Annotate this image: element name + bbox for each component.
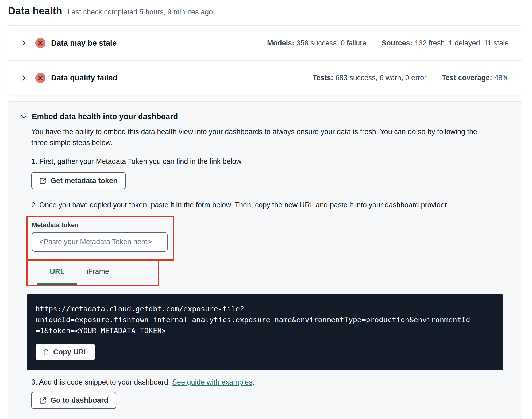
sources-stat-label: Sources:: [381, 39, 413, 47]
tabs-list: URL iFrame: [26, 261, 118, 284]
status-row-left: Data may be stale: [8, 38, 117, 48]
embed-section-header[interactable]: Embed data health into your dashboard: [20, 112, 509, 121]
status-title: Data may be stale: [51, 39, 117, 48]
go-to-dashboard-button[interactable]: Go to dashboard: [31, 392, 116, 409]
page-title: Data health: [8, 5, 62, 17]
embed-description: You have the ability to embed this data …: [31, 126, 489, 148]
external-link-icon: [39, 397, 47, 404]
stat-divider: [434, 72, 434, 84]
error-status-icon: [35, 73, 46, 83]
step3-prefix: 3. Add this code snippet to your dashboa…: [31, 378, 172, 386]
token-field-annotation-rect: Metadata token: [26, 216, 174, 261]
chevron-right-icon[interactable]: [21, 75, 27, 81]
status-row-stale[interactable]: Data may be stale Models:358 success, 0 …: [8, 26, 522, 60]
models-stat-value: 358 success, 0 failure: [296, 39, 366, 47]
copy-url-label: Copy URL: [53, 348, 88, 356]
status-row-quality[interactable]: Data quality failed Tests:683 success, 6…: [8, 60, 522, 95]
error-status-icon: [35, 38, 46, 48]
copy-url-button[interactable]: Copy URL: [36, 344, 95, 360]
models-stat-label: Models:: [267, 39, 294, 47]
sources-stat: Sources:132 fresh, 1 delayed, 11 stale: [381, 39, 509, 47]
embed-section-title: Embed data health into your dashboard: [32, 112, 178, 121]
coverage-stat-value: 48%: [494, 74, 509, 82]
tab-url[interactable]: URL: [37, 261, 78, 284]
tests-stat-label: Tests:: [313, 74, 333, 82]
stat-divider: [374, 37, 374, 49]
status-title: Data quality failed: [51, 73, 117, 82]
status-row-stats: Tests:683 success, 6 warn, 0 error Test …: [313, 72, 509, 84]
tab-iframe[interactable]: iFrame: [78, 261, 118, 284]
guide-examples-link[interactable]: See guide with examples: [172, 378, 252, 386]
metadata-token-label: Metadata token: [32, 221, 168, 229]
page-header: Data health Last check completed 5 hours…: [8, 5, 522, 17]
get-metadata-token-label: Get metadata token: [51, 177, 118, 185]
models-stat: Models:358 success, 0 failure: [267, 39, 366, 47]
step1-text: 1. First, gather your Metadata Token you…: [31, 157, 509, 166]
metadata-token-input[interactable]: [32, 232, 168, 252]
sources-stat-value: 132 fresh, 1 delayed, 11 stale: [415, 39, 509, 47]
copy-icon: [43, 349, 49, 356]
step3-text: 3. Add this code snippet to your dashboa…: [31, 378, 509, 386]
last-check-status: Last check completed 5 hours, 9 minutes …: [68, 8, 215, 16]
status-row-left: Data quality failed: [8, 73, 117, 83]
embed-url-text: https://metadata.cloud.getdbt.com/exposu…: [36, 303, 472, 336]
embed-url-code-block: https://metadata.cloud.getdbt.com/exposu…: [27, 294, 503, 370]
status-panel: Data may be stale Models:358 success, 0 …: [8, 25, 522, 95]
get-metadata-token-button[interactable]: Get metadata token: [31, 172, 126, 189]
external-link-icon: [39, 177, 47, 184]
embed-panel: Embed data health into your dashboard Yo…: [8, 101, 522, 419]
tests-stat: Tests:683 success, 6 warn, 0 error: [313, 74, 426, 82]
step2-text: 2. Once you have copied your token, past…: [31, 201, 509, 209]
go-to-dashboard-label: Go to dashboard: [51, 396, 108, 405]
tests-stat-value: 683 success, 6 warn, 0 error: [336, 74, 427, 82]
status-row-stats: Models:358 success, 0 failure Sources:13…: [267, 37, 509, 49]
chevron-right-icon[interactable]: [21, 40, 27, 46]
embed-output-tabs: URL iFrame: [26, 261, 509, 289]
chevron-down-icon[interactable]: [20, 113, 27, 120]
coverage-stat: Test coverage:48%: [442, 74, 509, 82]
data-health-page: Data health Last check completed 5 hours…: [0, 0, 532, 419]
coverage-stat-label: Test coverage:: [442, 74, 492, 82]
step3-suffix: .: [252, 378, 255, 386]
